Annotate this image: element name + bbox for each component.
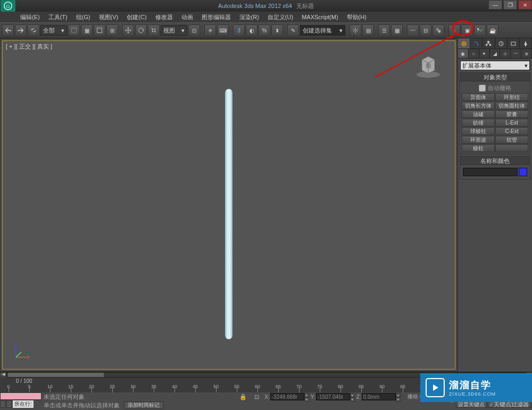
menu-rendering[interactable]: 渲染(R) — [235, 12, 263, 22]
c-ext-button[interactable]: C-Ext — [495, 127, 528, 135]
cylinder-object[interactable] — [225, 89, 232, 339]
now-prev-button[interactable] — [0, 400, 5, 408]
menu-animation[interactable]: 动画 — [177, 12, 197, 22]
spinner-snap-button[interactable]: ⬍ — [271, 24, 283, 36]
curve-editor-button[interactable]: 〰 — [407, 24, 419, 36]
reference-coord-dropdown[interactable]: 视图▾ — [161, 25, 187, 36]
chamferbox-button[interactable]: 切角长方体 — [462, 102, 495, 110]
systems-subtab[interactable]: ※ — [521, 49, 532, 58]
autogrid-checkbox[interactable]: 自动栅格 — [462, 83, 528, 93]
scale-button[interactable] — [148, 24, 160, 36]
angle-snap-button[interactable]: ◐ — [246, 24, 257, 36]
time-scroll-left[interactable]: ◀ — [0, 372, 6, 376]
oiltank-button[interactable]: 油罐 — [462, 110, 495, 118]
menu-tools[interactable]: 工具(T) — [44, 12, 72, 22]
graphite-button[interactable]: ▦ — [391, 24, 403, 36]
display-tab[interactable] — [508, 38, 520, 48]
snap-toggle-button[interactable]: 3 — [233, 24, 245, 36]
hose-button[interactable]: 软管 — [495, 136, 528, 144]
cameras-subtab[interactable]: ◢ — [490, 49, 501, 58]
selection-filter-dropdown[interactable]: 全部▾ — [40, 25, 67, 36]
mirror-button[interactable] — [350, 24, 361, 36]
chamfercyl-button[interactable]: 切角圆柱体 — [495, 102, 528, 110]
svg-rect-23 — [511, 42, 516, 45]
keyboard-shortcut-button[interactable]: ⌨ — [217, 24, 229, 36]
viewport[interactable]: [ + ][ 正交 ][ 真实 ] 前 z x — [2, 40, 455, 370]
watermark-title: 溜溜自学 — [449, 379, 496, 391]
window-crossing-button[interactable]: ⊞ — [106, 24, 118, 36]
viewport-label[interactable]: [ + ][ 正交 ][ 真实 ] — [6, 43, 52, 51]
object-name-input[interactable] — [463, 168, 518, 176]
helpers-subtab[interactable]: ⊹ — [500, 49, 511, 58]
layer-manager-button[interactable]: ☰ — [378, 24, 390, 36]
undo-button[interactable] — [2, 24, 14, 36]
gengon-button[interactable]: 球棱柱 — [462, 127, 495, 135]
menu-maxscript[interactable]: MAXScript(M) — [297, 12, 342, 22]
spacewarps-subtab[interactable]: 〰 — [511, 49, 521, 58]
modify-tab[interactable] — [470, 38, 483, 48]
lights-subtab[interactable]: ✦ — [479, 49, 490, 58]
lock-icon[interactable]: 🔒 — [239, 393, 247, 400]
track-bar[interactable] — [0, 392, 41, 400]
isolate-icon[interactable]: ⊡ — [254, 393, 259, 400]
close-button[interactable]: ✕ — [518, 0, 532, 10]
svg-rect-19 — [487, 41, 489, 43]
viewcube[interactable]: 前 — [412, 49, 444, 81]
ringwave-button[interactable]: 环形波 — [462, 136, 495, 144]
menu-help[interactable]: 帮助(H) — [343, 12, 371, 22]
hierarchy-tab[interactable] — [483, 38, 495, 48]
l-ext-button[interactable]: L-Ext — [495, 119, 528, 127]
menu-edit[interactable]: 编辑(E) — [16, 12, 44, 22]
menu-group[interactable]: 组(G) — [72, 12, 95, 22]
torus-knot-button[interactable]: 环形结 — [495, 93, 528, 101]
align-button[interactable]: ▤ — [362, 24, 374, 36]
object-color-swatch[interactable] — [519, 168, 527, 176]
menu-customize[interactable]: 自定义(U) — [263, 12, 297, 22]
x-coord-input[interactable] — [270, 393, 304, 400]
menu-views[interactable]: 视图(V) — [95, 12, 123, 22]
select-rect-button[interactable] — [94, 24, 105, 36]
maximize-button[interactable]: ❐ — [503, 0, 517, 10]
category-dropdown[interactable]: 扩展基本体▾ — [460, 61, 530, 70]
minimize-button[interactable]: — — [488, 0, 502, 10]
redo-button[interactable] — [15, 24, 27, 36]
select-name-button[interactable]: ▦ — [81, 24, 93, 36]
spindle-button[interactable]: 纺锤 — [462, 119, 495, 127]
geometry-subtab[interactable]: ◉ — [458, 49, 469, 58]
z-coord-input[interactable] — [362, 393, 396, 400]
create-tab[interactable] — [458, 38, 470, 48]
pivot-button[interactable]: ⊡ — [188, 24, 200, 36]
schematic-button[interactable]: ⊟ — [420, 24, 431, 36]
move-button[interactable] — [122, 24, 134, 36]
render-frame-button[interactable]: ▣ — [461, 24, 473, 36]
now-next-button[interactable] — [6, 400, 12, 408]
motion-tab[interactable] — [495, 38, 508, 48]
link-button[interactable] — [28, 24, 39, 36]
add-time-tag-button[interactable]: 添加时间标记 — [124, 401, 163, 409]
shapes-subtab[interactable]: ○ — [469, 49, 479, 58]
prism-button[interactable]: 棱柱 — [462, 144, 495, 152]
name-color-header[interactable]: 名称和颜色 — [460, 157, 530, 165]
hedra-button[interactable]: 异面体 — [462, 93, 495, 101]
y-coord-input[interactable] — [316, 393, 350, 400]
rotate-button[interactable] — [135, 24, 147, 36]
utilities-tab[interactable] — [520, 38, 532, 48]
manipulate-button[interactable]: ✳ — [204, 24, 216, 36]
menu-create[interactable]: 创建(C) — [122, 12, 151, 22]
menu-modifiers[interactable]: 修改器 — [151, 12, 177, 22]
render-setup-button[interactable]: ☼ — [448, 24, 460, 36]
viewport-area: [ + ][ 正交 ][ 真实 ] 前 z x — [0, 38, 458, 372]
menu-graph-editors[interactable]: 图形编辑器 — [197, 12, 235, 22]
material-editor-button[interactable] — [433, 24, 444, 36]
svg-marker-25 — [433, 384, 438, 391]
edit-selection-set-button[interactable]: ✎ — [287, 24, 299, 36]
app-icon[interactable]: G — [1, 0, 15, 12]
named-selection-dropdown[interactable]: 创建选择集▾ — [300, 25, 345, 36]
capsule-button[interactable]: 胶囊 — [495, 110, 528, 118]
select-object-button[interactable] — [68, 24, 80, 36]
time-scroll-thumb[interactable] — [8, 373, 104, 377]
teapot-button[interactable]: ☕ — [487, 24, 498, 36]
render-button[interactable] — [474, 24, 486, 36]
object-type-header[interactable]: 对象类型 — [460, 73, 530, 81]
percent-snap-button[interactable]: % — [259, 24, 270, 36]
